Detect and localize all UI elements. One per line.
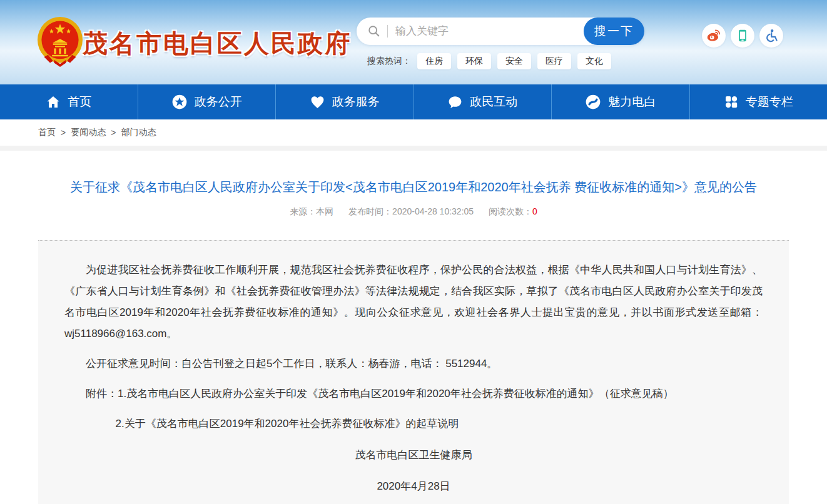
nav-item-label: 首页 bbox=[68, 94, 91, 110]
hot-word-tag[interactable]: 环保 bbox=[457, 53, 491, 69]
breadcrumb: 首页 > 要闻动态 > 部门动态 bbox=[0, 119, 827, 146]
hot-word-tag[interactable]: 住房 bbox=[417, 53, 451, 69]
article-title: 关于征求《茂名市电白区人民政府办公室关于印发<茂名市电白区2019年和2020年… bbox=[62, 177, 766, 197]
weibo-icon[interactable] bbox=[702, 24, 726, 48]
chat-bubble-icon bbox=[447, 94, 463, 110]
article-paragraph: 为促进我区社会抚养费征收工作顺利开展，规范我区社会抚养费征收程序，保护公民的合法… bbox=[64, 260, 763, 345]
nav-item-label: 专题专栏 bbox=[746, 94, 793, 110]
nav-item-label: 政务服务 bbox=[332, 94, 380, 110]
search-separator bbox=[387, 25, 388, 38]
article-views: 阅读次数：0 bbox=[489, 206, 537, 216]
article-date: 2020年4月28日 bbox=[64, 476, 763, 497]
home-icon bbox=[46, 94, 61, 109]
nav-item-special-topics[interactable]: 专题专栏 bbox=[690, 84, 827, 119]
quick-icons bbox=[702, 24, 783, 48]
hot-words-row: 搜索热词： 住房 环保 安全 医疗 文化 bbox=[357, 53, 644, 69]
nav-item-home[interactable]: 首页 bbox=[0, 84, 138, 119]
search-icon bbox=[367, 24, 381, 38]
hot-word-tag[interactable]: 文化 bbox=[577, 53, 611, 69]
article-body: 为促进我区社会抚养费征收工作顺利开展，规范我区社会抚养费征收程序，保护公民的合法… bbox=[38, 240, 789, 504]
article-paragraph-attachment-2: 2.关于《茂名市电白区2019年和2020年社会抚养费征收标准》的起草说明 bbox=[64, 413, 763, 435]
nav-item-label: 政民互动 bbox=[470, 94, 517, 110]
hot-word-tag[interactable]: 医疗 bbox=[537, 53, 571, 69]
main-nav: 首页 政务公开 政务服务 政民互动 魅力电白 专题专栏 bbox=[0, 84, 827, 119]
article-signature: 茂名市电白区卫生健康局 bbox=[64, 445, 763, 466]
nav-item-interaction[interactable]: 政民互动 bbox=[414, 84, 552, 119]
divider-band bbox=[0, 146, 827, 151]
search-button[interactable]: 搜一下 bbox=[584, 18, 644, 45]
national-emblem-logo bbox=[35, 15, 85, 69]
article-publish-time: 发布时间：2020-04-28 10:32:05 bbox=[348, 206, 474, 216]
heart-icon bbox=[310, 94, 325, 110]
article-source: 来源：本网 bbox=[290, 206, 333, 216]
site-title: 茂名市电白区人民政府 bbox=[83, 26, 352, 61]
accessibility-icon[interactable] bbox=[759, 24, 783, 48]
article-paragraph-attachment-1: 附件：1.茂名市电白区人民政府办公室关于印发《茂名市电白区2019年和2020年… bbox=[64, 383, 763, 405]
search-area: 搜一下 搜索热词： 住房 环保 安全 医疗 文化 bbox=[357, 18, 644, 69]
site-header: 茂名市电白区人民政府 搜一下 搜索热词： 住房 环保 安全 医疗 文化 bbox=[0, 0, 827, 84]
article-container: 关于征求《茂名市电白区人民政府办公室关于印发<茂名市电白区2019年和2020年… bbox=[38, 177, 789, 504]
hot-words-label: 搜索热词： bbox=[367, 56, 411, 67]
star-circle-icon bbox=[171, 94, 188, 110]
breadcrumb-home[interactable]: 首页 bbox=[38, 127, 56, 138]
breadcrumb-news[interactable]: 要闻动态 bbox=[71, 127, 106, 138]
nav-item-charm-dianbai[interactable]: 魅力电白 bbox=[552, 84, 690, 119]
breadcrumb-separator: > bbox=[61, 128, 66, 138]
charm-swoosh-icon bbox=[585, 94, 601, 110]
nav-item-label: 魅力电白 bbox=[608, 94, 656, 110]
views-count: 0 bbox=[532, 206, 537, 216]
views-label: 阅读次数： bbox=[489, 206, 532, 216]
grid-icon bbox=[724, 94, 739, 109]
hot-word-tag[interactable]: 安全 bbox=[497, 53, 531, 69]
breadcrumb-separator: > bbox=[111, 128, 116, 138]
article-meta: 来源：本网 发布时间：2020-04-28 10:32:05 阅读次数：0 bbox=[38, 206, 789, 218]
breadcrumb-department-news[interactable]: 部门动态 bbox=[121, 127, 156, 138]
search-bar: 搜一下 bbox=[357, 18, 644, 45]
nav-item-gov-info[interactable]: 政务公开 bbox=[138, 84, 277, 119]
article-paragraph: 公开征求意见时间：自公告刊登之日起5个工作日，联系人：杨春游，电话： 55129… bbox=[64, 353, 763, 375]
mobile-icon[interactable] bbox=[731, 24, 754, 48]
nav-item-gov-services[interactable]: 政务服务 bbox=[276, 84, 414, 119]
nav-item-label: 政务公开 bbox=[195, 94, 242, 110]
